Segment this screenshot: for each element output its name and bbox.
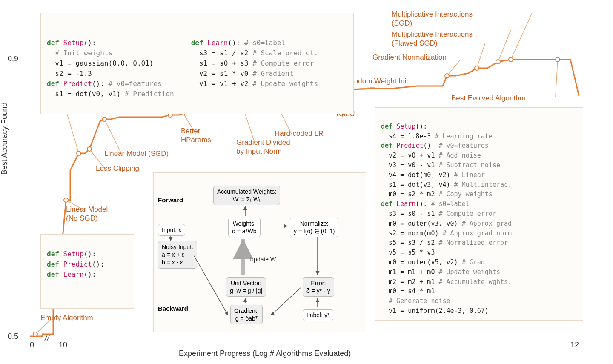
svg-line-15 [556, 60, 558, 97]
label-rand-wi: Random Weight Init [345, 77, 408, 86]
svg-line-14 [511, 13, 532, 60]
x-tick-0: 0 [30, 341, 34, 350]
label-grad-norm: Gradient Normalization [372, 53, 447, 62]
label-mult-flawed: Multiplicative Interactions (Flawed SGD) [392, 30, 473, 48]
y-axis-label: Best Accuracy Found [0, 102, 9, 175]
label-loss-clip: Loss Clipping [96, 164, 139, 173]
svg-line-4 [104, 119, 121, 153]
x-tick-10: 10 [59, 341, 67, 350]
svg-point-27 [445, 74, 449, 78]
svg-point-29 [496, 60, 500, 64]
y-tick-top: 0.9 [8, 54, 18, 63]
svg-point-28 [475, 66, 479, 70]
svg-point-30 [509, 57, 513, 62]
svg-line-11 [447, 60, 460, 76]
label-empty-algo: Empty Algorithm [40, 313, 93, 322]
label-hard-lr: Hard-coded LR [275, 129, 324, 138]
label-mult-sgd: Multiplicative Interactions (SGD) [392, 10, 473, 28]
y-tick-bottom: 0.5 [8, 332, 18, 341]
diagram-panel: Forward Backward Input: x Noisy Input: a… [153, 172, 366, 332]
code-box-linear-flawed: def Setup(): # Init weights v1 = gaussia… [40, 13, 354, 114]
svg-point-19 [87, 147, 92, 151]
svg-line-38 [271, 288, 301, 315]
diag-arrows [154, 173, 367, 332]
label-linear-sgd: Linear Model (SGD) [104, 149, 169, 158]
svg-line-12 [477, 43, 485, 68]
svg-line-13 [498, 30, 511, 62]
svg-point-31 [556, 57, 560, 62]
label-grad-div: Gradient Divided by Input Norm [236, 138, 290, 156]
label-best-evolved: Best Evolved Algorithm [451, 94, 526, 103]
code-box-empty: def Setup(): def Predict(): def Learn(): [40, 234, 134, 309]
x-tick-12: 12 [570, 341, 579, 350]
code-box-best-evolved: def Setup(): s4 = 1.8e-3 # Learning rate… [375, 107, 583, 321]
label-better-hp: Better HParams [181, 126, 211, 145]
svg-line-37 [194, 256, 228, 315]
svg-point-17 [64, 198, 68, 202]
svg-point-18 [77, 151, 81, 155]
svg-point-20 [102, 117, 106, 121]
x-axis-label: Experiment Progress (Log # Algorithms Ev… [179, 349, 351, 358]
label-linear-no-sgd: Linear Model (No SGD) [66, 205, 108, 223]
svg-point-16 [33, 332, 37, 336]
